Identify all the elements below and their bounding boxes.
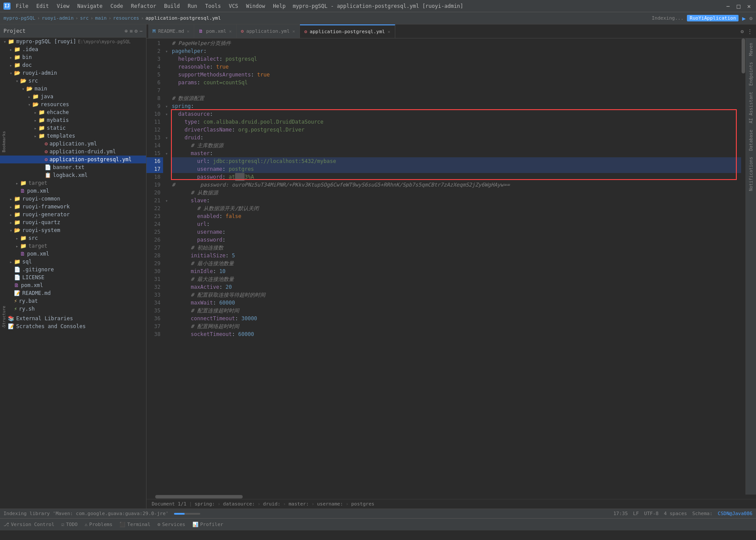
menu-navigate[interactable]: Navigate [74,2,106,10]
database-panel-button[interactable]: Database [748,127,754,153]
menu-edit[interactable]: Edit [33,2,52,10]
tree-item-static[interactable]: ▸ 📁 static [0,124,146,132]
bc-postgres[interactable]: postgres [351,501,374,507]
tree-item-doc[interactable]: ▸ 📁 doc [0,61,146,69]
tab-readme[interactable]: M README.md ✕ [148,24,194,38]
menu-view[interactable]: View [53,2,73,10]
tree-item-readme-md[interactable]: ▸ 📝 README.md [0,289,146,297]
vertical-scrollbar-thumb[interactable] [742,38,745,73]
tree-item-sql[interactable]: ▸ 📁 sql [0,258,146,266]
tree-item-scratches[interactable]: ▸ 📝 Scratches and Consoles [0,322,146,330]
tree-item-idea[interactable]: ▸ 📁 .idea [0,45,146,53]
tree-item-root[interactable]: ▾ 📁 mypro-pgSQL [ruoyi] E:\mypro\mypro-p… [0,38,146,45]
tree-item-root-pom[interactable]: ▸ 🗎 pom.xml [0,281,146,289]
tree-item-bin[interactable]: ▸ 📁 bin [0,53,146,61]
tree-item-ry-bat[interactable]: ▸ ⚡ ry.bat [0,297,146,305]
tree-item-target[interactable]: ▸ 📁 target [0,179,146,187]
bookmarks-label[interactable]: Bookmarks [2,131,6,152]
tab-application-postgresql[interactable]: ⚙ application-postgresql.yml ✕ [300,24,395,38]
menu-tools[interactable]: Tools [202,2,224,10]
tree-item-application-druid-yml[interactable]: ▸ ⚙ application-druid.yml [0,148,146,156]
bc-main[interactable]: main [95,15,107,21]
tree-item-application-yml[interactable]: ▸ ⚙ application.yml [0,140,146,148]
sidebar-close-icon[interactable]: − [139,28,143,34]
menu-build[interactable]: Build [160,2,183,10]
bc-file[interactable]: application-postgresql.yml [146,15,221,21]
tab-readme-close[interactable]: ✕ [187,29,189,34]
editor-settings-icon[interactable]: ⚙ [741,28,744,35]
bc-username[interactable]: username: [317,501,343,507]
tree-item-banner-txt[interactable]: ▸ 📄 banner.txt [0,163,146,171]
tree-item-main[interactable]: ▾ 📂 main [0,85,146,93]
bc-master[interactable]: master: [289,501,309,507]
tree-item-sys-pom[interactable]: ▸ 🗎 pom.xml [0,250,146,258]
settings-icon[interactable]: ⚙ [749,15,753,21]
tree-item-ruoyi-system[interactable]: ▾ 📂 ruoyi-system [0,226,146,234]
tree-item-pom-admin[interactable]: ▸ 🗎 pom.xml [0,187,146,195]
notifications-panel-button[interactable]: Notifications [748,154,754,194]
gutter-13[interactable]: ▾ [163,134,170,142]
tab-application[interactable]: ⚙ application.yml ✕ [237,24,300,38]
tree-item-logback-xml[interactable]: ▸ 📋 logback.xml [0,171,146,179]
horizontal-scrollbar-thumb[interactable] [155,495,243,498]
bc-ruoyi-admin[interactable]: ruoyi-admin [42,15,73,21]
minimize-button[interactable]: − [725,3,732,10]
tree-item-ruoyi-quartz[interactable]: ▸ 📁 ruoyi-quartz [0,218,146,226]
bc-resources[interactable]: resources [113,15,139,21]
bc-src[interactable]: src [80,15,89,21]
sidebar-settings-icon[interactable]: ⚙ [135,28,138,34]
tree-item-ehcache[interactable]: ▸ 📁 ehcache [0,108,146,116]
terminal-button[interactable]: ⬛ Terminal [119,522,150,527]
gutter-2[interactable]: ▾ [163,47,170,55]
tree-item-ruoyi-framework[interactable]: ▸ 📁 ruoyi-framework [0,203,146,211]
menu-run[interactable]: Run [184,2,201,10]
menu-refactor[interactable]: Refactor [127,2,160,10]
bc-datasource[interactable]: datasource: [223,501,255,507]
bc-spring[interactable]: spring: [195,501,215,507]
menu-window[interactable]: Window [243,2,268,10]
tree-item-external-libs[interactable]: ▸ 📚 External Libraries [0,315,146,322]
tab-application-postgresql-close[interactable]: ✕ [387,29,390,34]
endpoints-panel-button[interactable]: Endpoints [748,59,754,88]
tree-item-sys-src[interactable]: ▸ 📁 src [0,234,146,242]
ai-assistant-panel-button[interactable]: AI Assistant [748,89,754,126]
gutter-10[interactable]: ▾ [163,110,170,118]
tree-item-mybatis[interactable]: ▸ 📁 mybatis [0,116,146,124]
menu-help[interactable]: Help [269,2,289,10]
tree-item-ruoyi-admin[interactable]: ▾ 📂 ruoyi-admin [0,69,146,77]
menu-vcs[interactable]: VCS [225,2,242,10]
tree-item-ruoyi-common[interactable]: ▸ 📁 ruoyi-common [0,195,146,203]
menu-code[interactable]: Code [107,2,127,10]
menu-file[interactable]: File [12,2,32,10]
gutter-9[interactable]: ▾ [163,102,170,110]
services-button[interactable]: ⚙ Services [157,522,185,527]
gutter-15[interactable]: ▾ [163,149,170,157]
tree-item-java[interactable]: ▸ 📁 java [0,93,146,100]
problems-button[interactable]: ⚠ Problems [84,522,112,527]
tree-item-sys-target[interactable]: ▸ 📁 target [0,242,146,250]
tree-item-gitignore[interactable]: ▸ 📄 .gitignore [0,266,146,273]
tree-item-ry-sh[interactable]: ▸ ⚡ ry.sh [0,305,146,313]
sidebar-add-icon[interactable]: ⊕ [125,28,128,34]
run-button[interactable]: ▶ [742,15,746,22]
tree-item-application-postgresql-yml[interactable]: ▸ ⚙ application-postgresql.yml [0,156,146,163]
tree-item-resources[interactable]: ▾ 📂 resources [0,100,146,108]
tree-item-templates[interactable]: ▸ 📁 templates [0,132,146,140]
code-editor[interactable]: # PageHelper分页插件 pagehelper: helperDiale… [170,38,746,495]
tab-menu-icon[interactable]: ⋮ [747,28,753,35]
version-control-button[interactable]: ⎇ Version Control [3,522,54,527]
tree-item-src[interactable]: ▾ 📂 src [0,77,146,85]
run-config-button[interactable]: RuoYiApplication [687,15,739,21]
todo-button[interactable]: ☑ TODO [61,522,77,527]
tab-application-close[interactable]: ✕ [293,29,295,34]
maven-panel-button[interactable]: Maven [748,40,754,59]
tree-item-ruoyi-generator[interactable]: ▸ 📁 ruoyi-generator [0,211,146,218]
tab-pom[interactable]: 🗎 pom.xml ✕ [194,24,236,38]
tab-pom-close[interactable]: ✕ [229,29,232,34]
bc-mypro[interactable]: mypro-pgSQL [3,15,35,21]
sidebar-collapse-icon[interactable]: ≡ [129,28,132,34]
gutter-21[interactable]: ▾ [163,197,170,204]
maximize-button[interactable]: □ [735,3,742,10]
close-button[interactable]: ✕ [746,3,753,10]
structure-label[interactable]: Structure [2,306,6,327]
